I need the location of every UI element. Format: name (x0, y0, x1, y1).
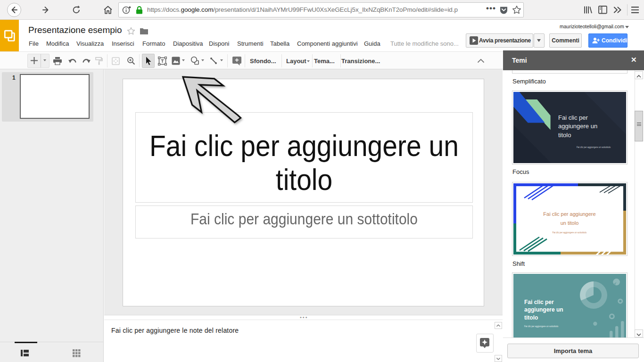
svg-text:un titolo: un titolo (561, 220, 579, 226)
svg-text:Fai clic per aggiungere: Fai clic per aggiungere (543, 211, 595, 217)
svg-text:Fai clic per aggiungere un sot: Fai clic per aggiungere un sottotitolo (577, 146, 611, 148)
svg-text:Fai clic per aggiungere un sot: Fai clic per aggiungere un sottotitolo (553, 231, 587, 234)
svg-text:aggiungere un: aggiungere un (558, 123, 597, 130)
svg-text:Fai clic per aggiungere un sot: Fai clic per aggiungere un sottotitolo (524, 325, 559, 328)
svg-text:Fai clic per: Fai clic per (558, 114, 588, 121)
svg-text:Fai clic per: Fai clic per (524, 299, 554, 305)
svg-text:titolo: titolo (524, 314, 538, 321)
svg-text:titolo: titolo (558, 132, 571, 139)
svg-text:aggiungere un: aggiungere un (524, 306, 563, 313)
